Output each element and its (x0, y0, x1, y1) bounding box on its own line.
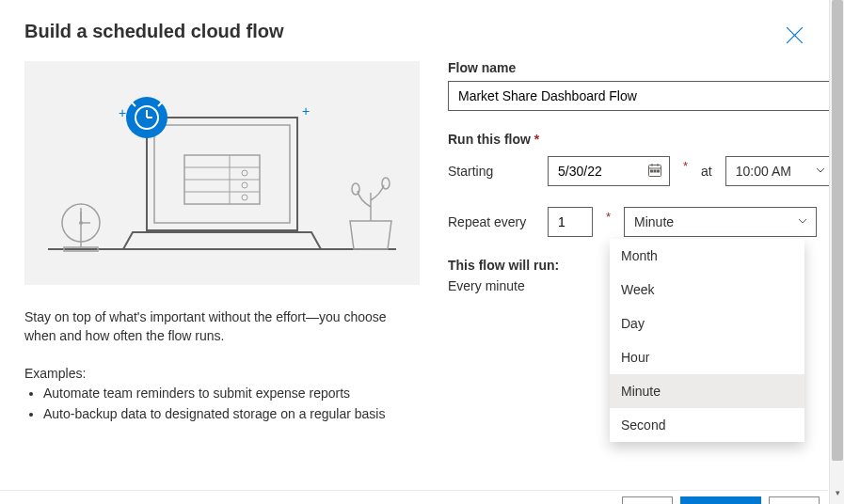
repeat-count-input[interactable] (548, 207, 593, 237)
repeat-unit-dropdown: Month Week Day Hour Minute Second (610, 239, 804, 442)
date-input-wrap (548, 156, 670, 186)
dropdown-option-second[interactable]: Second (610, 408, 804, 442)
svg-point-16 (242, 195, 247, 200)
left-column: Build a scheduled cloud flow (24, 21, 420, 424)
description-text: Stay on top of what's important without … (24, 307, 420, 345)
dropdown-option-month[interactable]: Month (610, 239, 804, 273)
repeat-label: Repeat every (448, 214, 534, 229)
secondary-button[interactable] (622, 496, 673, 504)
run-label: Run this flow (448, 132, 835, 147)
flow-name-input[interactable] (448, 81, 835, 111)
chevron-down-icon (797, 214, 808, 229)
right-column: Flow name Run this flow Starting (448, 21, 835, 424)
starting-date-input[interactable] (548, 156, 670, 186)
starting-label: Starting (448, 164, 534, 179)
starting-time-select[interactable]: 10:00 AM (725, 156, 835, 186)
close-icon (786, 26, 804, 44)
chevron-down-icon (815, 164, 826, 179)
svg-text:+: + (119, 105, 126, 120)
dialog-container: Build a scheduled cloud flow (0, 0, 828, 445)
required-asterisk: * (683, 159, 688, 173)
svg-point-24 (352, 183, 359, 195)
vertical-scrollbar[interactable]: ▾ (829, 0, 844, 504)
required-asterisk: * (606, 210, 611, 224)
dropdown-option-day[interactable]: Day (610, 307, 804, 340)
run-section: Run this flow Starting (448, 132, 835, 186)
at-label: at (701, 164, 712, 179)
repeat-unit-value: Minute (634, 214, 674, 229)
svg-point-14 (242, 170, 247, 176)
example-item: Automate team reminders to submit expens… (43, 383, 420, 403)
flow-name-label: Flow name (448, 60, 835, 75)
dropdown-option-hour[interactable]: Hour (610, 340, 804, 374)
svg-point-15 (242, 182, 247, 188)
bottom-divider (0, 490, 828, 491)
scrollbar-down-arrow[interactable]: ▾ (830, 485, 844, 500)
starting-row: Starting * (448, 156, 835, 186)
starting-time-value: 10:00 AM (736, 164, 791, 179)
dropdown-option-week[interactable]: Week (610, 273, 804, 307)
dropdown-option-minute[interactable]: Minute (610, 374, 804, 408)
examples-list: Automate team reminders to submit expens… (24, 383, 420, 424)
repeat-row: Repeat every * Minute * Month Week Day H… (448, 207, 835, 237)
dialog-title: Build a scheduled cloud flow (24, 21, 420, 42)
secondary-button[interactable] (769, 496, 820, 504)
close-button[interactable] (786, 26, 804, 47)
svg-text:+: + (302, 103, 310, 118)
bottom-button-row (622, 496, 820, 504)
illustration: + + (24, 61, 420, 285)
example-item: Auto-backup data to designated storage o… (43, 403, 420, 424)
repeat-unit-select[interactable]: Minute (624, 207, 817, 237)
primary-button[interactable] (680, 496, 761, 504)
svg-point-25 (382, 178, 390, 189)
examples-label: Examples: (24, 366, 420, 381)
scrollbar-thumb[interactable] (832, 0, 843, 461)
